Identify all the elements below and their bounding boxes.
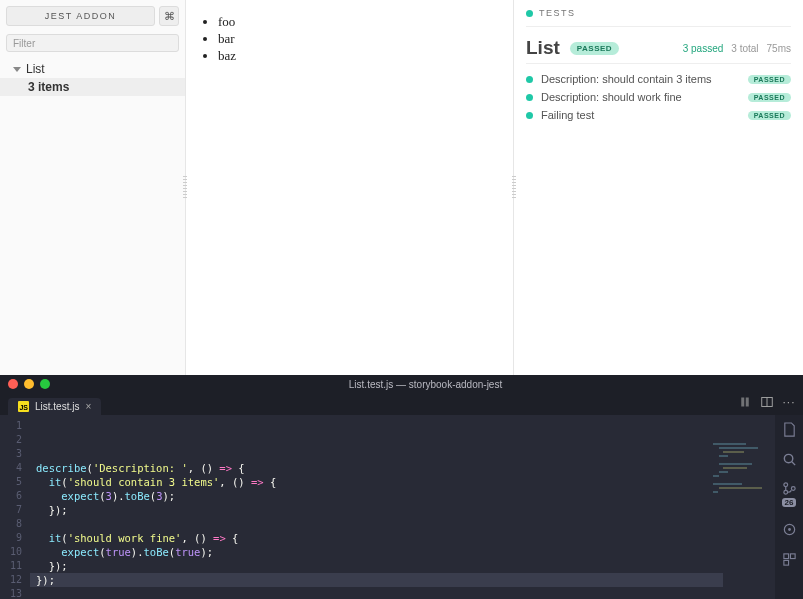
window-chrome: List.test.js — storybook-addon-jest	[0, 375, 803, 393]
window-title: List.test.js — storybook-addon-jest	[56, 379, 795, 390]
splitter-right[interactable]	[512, 176, 516, 200]
list-item: foo	[218, 14, 513, 31]
test-badge: PASSED	[748, 75, 791, 84]
filter-input[interactable]: Filter	[6, 34, 179, 52]
files-icon[interactable]	[781, 421, 797, 437]
minimize-window-icon[interactable]	[24, 379, 34, 389]
status-dot-icon	[526, 76, 533, 83]
code-area[interactable]: describe('Description: ', () => { it('sh…	[30, 415, 803, 599]
status-dot-icon	[526, 10, 533, 17]
list-item: bar	[218, 31, 513, 48]
suite-stats: 3 passed 3 total 75ms	[683, 43, 791, 54]
chevron-down-icon	[12, 64, 22, 74]
test-label: Description: should work fine	[541, 91, 740, 103]
status-dot-icon	[526, 94, 533, 101]
suite-name: List	[526, 37, 560, 59]
tree-group-label: List	[26, 62, 45, 76]
close-tab-icon[interactable]: ×	[85, 401, 91, 412]
more-icon[interactable]: ···	[783, 396, 795, 408]
test-row[interactable]: Description: should work finePASSED	[526, 88, 791, 106]
tests-heading: TESTS	[539, 8, 576, 18]
minimap[interactable]	[713, 415, 773, 465]
storybook-sidebar: JEST ADDON ⌘ Filter List 3 items	[0, 0, 186, 375]
status-dot-icon	[526, 112, 533, 119]
test-label: Failing test	[541, 109, 740, 121]
editor-tab[interactable]: JS List.test.js ×	[8, 398, 101, 415]
splitter-left[interactable]	[183, 176, 187, 200]
list-item: baz	[218, 48, 513, 65]
tree-group-list[interactable]: List	[0, 60, 185, 78]
line-gutter: 1234567891011121314	[0, 415, 30, 599]
js-file-icon: JS	[18, 401, 29, 412]
tests-panel: TESTS List PASSED 3 passed 3 total 75ms …	[514, 0, 803, 375]
suite-badge: PASSED	[570, 42, 619, 55]
addon-title: JEST ADDON	[6, 6, 155, 26]
compare-icon[interactable]	[739, 396, 751, 408]
close-window-icon[interactable]	[8, 379, 18, 389]
test-badge: PASSED	[748, 93, 791, 102]
code-editor: List.test.js — storybook-addon-jest JS L…	[0, 375, 803, 599]
shortcut-button[interactable]: ⌘	[159, 6, 179, 26]
test-label: Description: should contain 3 items	[541, 73, 740, 85]
test-row[interactable]: Description: should contain 3 itemsPASSE…	[526, 70, 791, 88]
tree-item-3items[interactable]: 3 items	[0, 78, 185, 96]
split-icon[interactable]	[761, 396, 773, 408]
tab-label: List.test.js	[35, 401, 79, 412]
maximize-window-icon[interactable]	[40, 379, 50, 389]
story-preview: foo bar baz	[186, 0, 514, 375]
test-badge: PASSED	[748, 111, 791, 120]
list-component: foo bar baz	[218, 14, 513, 65]
tree-item-label: 3 items	[28, 80, 69, 94]
test-row[interactable]: Failing testPASSED	[526, 106, 791, 124]
